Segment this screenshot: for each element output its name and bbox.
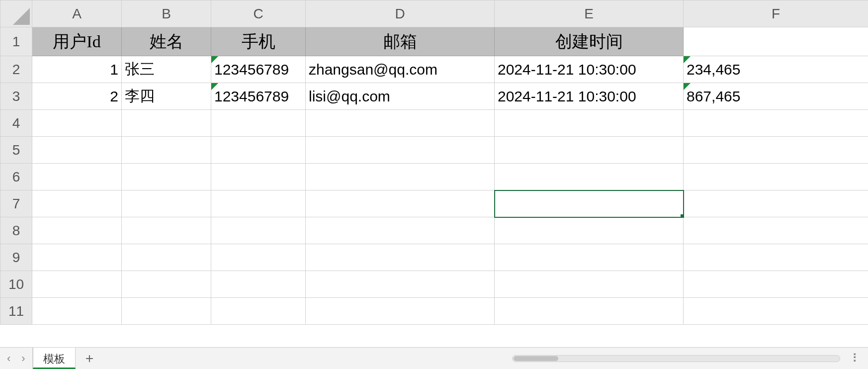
cell[interactable] (122, 190, 211, 217)
cell[interactable] (122, 271, 211, 298)
cell[interactable] (495, 298, 684, 325)
cell[interactable] (306, 164, 495, 190)
col-header-C[interactable]: C (211, 0, 306, 27)
row-header-3[interactable]: 3 (0, 83, 32, 110)
col-header-D[interactable]: D (306, 0, 495, 27)
cell[interactable] (684, 271, 868, 298)
row-header-10[interactable]: 10 (0, 271, 32, 298)
horizontal-scrollbar[interactable] (507, 348, 845, 369)
row-header-6[interactable]: 6 (0, 164, 32, 190)
sheet-tab-active[interactable]: 模板 (33, 348, 76, 369)
cell[interactable] (684, 190, 868, 217)
cell[interactable]: 2024-11-21 10:30:00 (495, 56, 684, 83)
cell[interactable] (32, 244, 122, 271)
header-cell-userid[interactable]: 用户Id (32, 27, 122, 56)
cell[interactable]: 2024-11-21 10:30:00 (495, 83, 684, 110)
next-sheet-icon[interactable]: › (21, 352, 25, 365)
cell[interactable] (211, 190, 306, 217)
add-sheet-button[interactable]: + (76, 348, 103, 369)
cell[interactable] (684, 244, 868, 271)
row-header-5[interactable]: 5 (0, 137, 32, 164)
cell[interactable] (684, 110, 868, 137)
cell[interactable] (122, 244, 211, 271)
cell[interactable] (684, 298, 868, 325)
cell[interactable] (306, 110, 495, 137)
cell[interactable] (495, 110, 684, 137)
cell[interactable] (495, 137, 684, 164)
table-row: 4 (0, 110, 868, 137)
scrollbar-thumb[interactable] (514, 356, 558, 361)
cell[interactable]: 张三 (122, 56, 211, 83)
row-header-2[interactable]: 2 (0, 56, 32, 83)
cell[interactable] (122, 164, 211, 190)
cell[interactable] (32, 298, 122, 325)
cell[interactable] (32, 190, 122, 217)
table-row: 10 (0, 271, 868, 298)
header-cell-created[interactable]: 创建时间 (495, 27, 684, 56)
header-cell-email[interactable]: 邮箱 (306, 27, 495, 56)
row-header-7[interactable]: 7 (0, 190, 32, 217)
cell[interactable] (495, 217, 684, 244)
cell[interactable] (306, 271, 495, 298)
more-icon[interactable]: ⠇ (845, 348, 868, 369)
cell[interactable] (684, 164, 868, 190)
prev-sheet-icon[interactable]: ‹ (7, 352, 10, 365)
cell[interactable]: 2 (32, 83, 122, 110)
cell[interactable]: 234,465 (684, 56, 868, 83)
cell[interactable] (211, 217, 306, 244)
table-row: 5 (0, 137, 868, 164)
cell[interactable] (32, 164, 122, 190)
row-header-9[interactable]: 9 (0, 244, 32, 271)
cell[interactable] (211, 137, 306, 164)
cell[interactable]: 李四 (122, 83, 211, 110)
cell[interactable] (306, 217, 495, 244)
active-cell[interactable] (495, 190, 684, 217)
table-row: 8 (0, 217, 868, 244)
cell[interactable] (306, 244, 495, 271)
cell[interactable] (122, 137, 211, 164)
cell[interactable] (306, 298, 495, 325)
cell[interactable] (122, 217, 211, 244)
col-header-B[interactable]: B (122, 0, 211, 27)
cell[interactable] (495, 244, 684, 271)
cell[interactable] (32, 110, 122, 137)
cell[interactable] (306, 137, 495, 164)
cell[interactable] (32, 137, 122, 164)
cell[interactable]: 123456789 (211, 56, 306, 83)
cell[interactable] (495, 271, 684, 298)
table-row: 2 1 张三 123456789 zhangsan@qq.com 2024-11… (0, 56, 868, 83)
table-row: 3 2 李四 123456789 lisi@qq.com 2024-11-21 … (0, 83, 868, 110)
row-header-4[interactable]: 4 (0, 110, 32, 137)
cell[interactable]: zhangsan@qq.com (306, 56, 495, 83)
cell[interactable]: 867,465 (684, 83, 868, 110)
row-header-8[interactable]: 8 (0, 217, 32, 244)
cell[interactable] (32, 217, 122, 244)
header-cell-phone[interactable]: 手机 (211, 27, 306, 56)
cell[interactable] (495, 164, 684, 190)
table-row: 1 用户Id 姓名 手机 邮箱 创建时间 (0, 27, 868, 56)
cell[interactable]: 1 (32, 56, 122, 83)
col-header-E[interactable]: E (495, 0, 684, 27)
cell[interactable] (306, 190, 495, 217)
row-header-1[interactable]: 1 (0, 27, 32, 56)
cell[interactable]: 123456789 (211, 83, 306, 110)
row-header-11[interactable]: 11 (0, 298, 32, 325)
cell[interactable] (684, 27, 868, 56)
cell[interactable] (32, 271, 122, 298)
header-cell-name[interactable]: 姓名 (122, 27, 211, 56)
cell[interactable] (211, 164, 306, 190)
cell[interactable] (122, 298, 211, 325)
cell[interactable]: lisi@qq.com (306, 83, 495, 110)
col-header-F[interactable]: F (684, 0, 868, 27)
cell[interactable] (211, 110, 306, 137)
cell[interactable] (122, 110, 211, 137)
col-header-A[interactable]: A (32, 0, 122, 27)
select-all-corner[interactable] (0, 0, 32, 27)
cell[interactable] (211, 244, 306, 271)
spreadsheet-grid[interactable]: A B C D E F 1 用户Id 姓名 手机 邮箱 创建时间 2 1 张三 … (0, 0, 868, 347)
cell[interactable] (211, 298, 306, 325)
cell[interactable] (211, 271, 306, 298)
table-row: 7 (0, 190, 868, 217)
cell[interactable] (684, 217, 868, 244)
cell[interactable] (684, 137, 868, 164)
